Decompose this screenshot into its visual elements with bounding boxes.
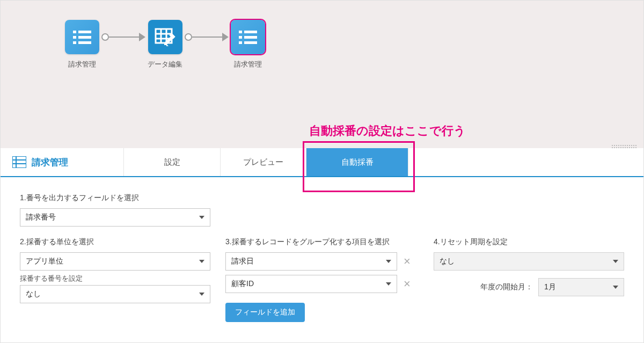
chevron-down-icon	[613, 260, 618, 263]
step4-label: 4.リセット周期を設定	[434, 237, 624, 247]
grouping-field-select[interactable]: 請求日	[225, 252, 397, 271]
flow-connector	[99, 20, 148, 54]
grouping-field-row: 請求日 ×	[225, 252, 419, 271]
annotation-text: 自動採番の設定はここで行う	[309, 123, 466, 139]
tab-settings[interactable]: 設定	[124, 148, 221, 176]
flow-canvas: 請求管理	[1, 1, 643, 148]
svg-rect-19	[244, 41, 257, 44]
add-field-button[interactable]: フィールドを追加	[225, 303, 305, 322]
select-value: 請求日	[231, 257, 254, 266]
select-value: なし	[26, 289, 41, 299]
chevron-down-icon	[199, 216, 204, 219]
chevron-down-icon	[199, 260, 204, 263]
svg-rect-1	[78, 31, 91, 33]
svg-rect-3	[78, 36, 91, 39]
select-value: 1月	[544, 282, 556, 292]
chevron-down-icon	[386, 260, 391, 263]
page-title: 請求管理	[32, 156, 68, 169]
svg-rect-18	[239, 41, 242, 44]
svg-rect-0	[73, 31, 76, 33]
step2-label: 2.採番する単位を選択	[20, 237, 210, 247]
resize-handle-icon[interactable]	[611, 144, 637, 148]
list-icon	[12, 156, 26, 168]
remove-field-button[interactable]: ×	[404, 278, 411, 290]
flow-node-edit[interactable]: データ編集	[148, 20, 182, 69]
svg-rect-16	[239, 36, 242, 39]
flow-node-destination[interactable]: 請求管理	[231, 20, 265, 69]
numbering-unit-select[interactable]: アプリ単位	[20, 252, 210, 271]
button-label: フィールドを追加	[235, 308, 295, 316]
grouping-field-select[interactable]: 顧客ID	[225, 275, 397, 293]
chevron-down-icon	[199, 293, 204, 296]
tab-auto-number[interactable]: 自動採番	[306, 148, 408, 176]
select-value: アプリ単位	[26, 257, 63, 266]
svg-rect-14	[239, 31, 242, 33]
grouping-field-row: 顧客ID ×	[225, 275, 419, 293]
select-value: 顧客ID	[231, 279, 254, 289]
tab-label: プレビュー	[243, 157, 283, 167]
svg-rect-5	[78, 41, 91, 44]
tab-bar: 請求管理 設定 プレビュー 自動採番	[1, 148, 643, 177]
remove-field-button[interactable]: ×	[404, 256, 411, 267]
svg-rect-15	[244, 31, 257, 33]
reset-cycle-select[interactable]: なし	[434, 252, 624, 271]
svg-rect-2	[73, 36, 76, 39]
svg-rect-17	[244, 36, 257, 39]
tab-label: 設定	[164, 157, 180, 167]
select-value: 請求番号	[26, 213, 56, 222]
flow-node-label: 請求管理	[234, 60, 262, 69]
form-area: 1.番号を出力するフィールドを選択 請求番号 2.採番する単位を選択 アプリ単位…	[1, 177, 643, 333]
select-value: なし	[440, 257, 455, 266]
svg-rect-4	[73, 41, 76, 44]
tab-preview[interactable]: プレビュー	[221, 148, 306, 176]
flow-node-label: データ編集	[148, 60, 182, 69]
tab-label: 自動採番	[341, 157, 374, 167]
fiscal-year-start-label: 年度の開始月：	[480, 282, 533, 292]
chevron-down-icon	[613, 286, 618, 289]
step3-label: 3.採番するレコードをグループ化する項目を選択	[225, 237, 419, 247]
output-field-select[interactable]: 請求番号	[20, 208, 210, 227]
svg-rect-20	[12, 156, 26, 168]
tab-header: 請求管理	[1, 148, 124, 176]
chevron-down-icon	[386, 282, 391, 286]
flow-connector	[182, 20, 231, 54]
flow-node-source[interactable]: 請求管理	[65, 20, 99, 69]
number-format-select[interactable]: なし	[20, 285, 210, 303]
step2-sub-label: 採番する番号を設定	[20, 274, 210, 283]
fiscal-year-start-select[interactable]: 1月	[538, 278, 624, 296]
flow-node-label: 請求管理	[68, 60, 96, 69]
step1-label: 1.番号を出力するフィールドを選択	[20, 193, 624, 203]
